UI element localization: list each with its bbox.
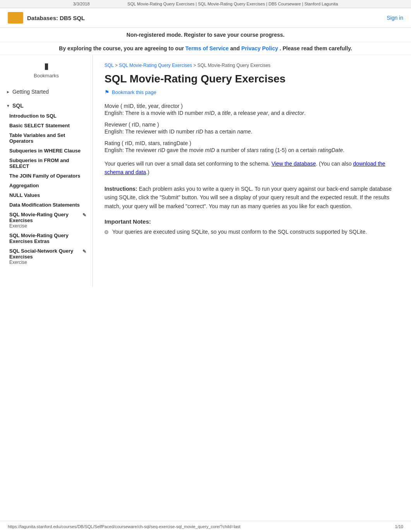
sidebar-item-aggregation[interactable]: Aggregation (8, 181, 88, 190)
social-network-edit-icon: ✎ (82, 249, 86, 254)
rating-desc: English: The reviewer rID gave the movie… (104, 147, 399, 153)
bookmark-this-page-link[interactable]: ⚑ Bookmark this page (104, 89, 399, 95)
sidebar-item-table-variables[interactable]: Table Variables and Set Operators (8, 130, 88, 146)
social-network-exercise-label: SQL Social-Network Query Exercises (9, 248, 82, 260)
sql-label: SQL (12, 103, 24, 109)
sidebar-item-join-family[interactable]: The JOIN Family of Operators (8, 171, 88, 181)
sidebar-item-sql[interactable]: ▼ SQL (5, 100, 88, 111)
important-notes-section: Important Notes: Your queries are execut… (104, 218, 399, 235)
bookmarks-section: ▮ Bookmarks (5, 61, 88, 79)
reviewer-desc: English: The reviewer with ID number rID… (104, 128, 399, 135)
sidebar-item-subqueries-from[interactable]: Subqueries in FROM and SELECT (8, 156, 88, 171)
main-container: ▮ Bookmarks ► Getting Started ▼ SQL Intr… (0, 55, 411, 287)
sidebar-item-intro-sql[interactable]: Introduction to SQL (8, 111, 88, 121)
non-registered-notice: Non-registered mode. Register to save yo… (0, 28, 411, 42)
rating-signature: Rating ( rID, mID, stars, ratingDate ) (104, 140, 399, 146)
sidebar-item-movie-rating-extras[interactable]: SQL Movie-Rating Query Exercises Extras (8, 231, 88, 246)
bookmarks-label: Bookmarks (5, 73, 88, 79)
download-schema-link[interactable]: download the schema and data (104, 161, 385, 175)
movie-rating-exercise-sub: Exercise (9, 223, 82, 229)
social-network-exercise-sub: Exercise (9, 260, 82, 265)
terms-of-service-link[interactable]: Terms of Service (185, 45, 229, 51)
movie-signature: Movie ( mID, title, year, director ) (104, 103, 399, 109)
sidebar-item-data-modification[interactable]: Data Modification Statements (8, 200, 88, 210)
instructions-text: Each problem asks you to write a query i… (104, 186, 392, 209)
sql-arrow-icon: ▼ (6, 104, 10, 108)
breadcrumb-sql-link[interactable]: SQL (104, 63, 114, 68)
page-title: SQL Movie-Rating Query Exercises (104, 73, 399, 85)
browser-date: 3/3/2018 (73, 2, 90, 6)
note-1-text: Your queries are executed using SQLite, … (112, 229, 367, 235)
getting-started-arrow-icon: ► (6, 90, 10, 94)
instructions-label: Instructions: (104, 186, 137, 192)
site-logo (8, 12, 23, 24)
sidebar: ▮ Bookmarks ► Getting Started ▼ SQL Intr… (0, 55, 93, 287)
top-bar: Databases: DB5 SQL Sign in (0, 8, 411, 28)
note-bullet-icon (104, 230, 108, 234)
movie-desc: English: There is a movie with ID number… (104, 110, 399, 116)
bookmarks-icon: ▮ (5, 61, 88, 71)
getting-started-label: Getting Started (12, 89, 49, 95)
sidebar-item-subqueries-where[interactable]: Subqueries in WHERE Clause (8, 146, 88, 156)
breadcrumb-exercises-link[interactable]: SQL Movie-Rating Query Exercises (119, 63, 192, 68)
important-notes-label: Important Notes: (104, 218, 399, 225)
reviewer-signature: Reviewer ( rID, name ) (104, 121, 399, 128)
note-item-1: Your queries are executed using SQLite, … (104, 229, 399, 235)
sidebar-item-null-values[interactable]: NULL Values (8, 190, 88, 200)
edit-icon: ✎ (82, 212, 86, 218)
browser-tab-title: SQL Movie-Rating Query Exercises | SQL M… (127, 2, 338, 6)
view-database-link[interactable]: View the database (271, 161, 316, 167)
tos-bar: By exploring the course, you are agreein… (0, 42, 411, 55)
bookmark-this-page-label: Bookmark this page (112, 89, 156, 95)
sign-in-link[interactable]: Sign in (387, 15, 403, 21)
sql-section: ▼ SQL Introduction to SQL Basic SELECT S… (5, 100, 88, 267)
breadcrumb-current: SQL Movie-Rating Query Exercises (197, 63, 271, 68)
sidebar-item-basic-select[interactable]: Basic SELECT Statement (8, 121, 88, 130)
site-title: Databases: DB5 SQL (27, 15, 85, 21)
breadcrumb: SQL > SQL Movie-Rating Query Exercises >… (104, 63, 399, 68)
view-db-section: Your queries will run over a small data … (104, 159, 399, 177)
movie-rating-exercise-label: SQL Movie-Rating Query Exercises (9, 212, 82, 223)
sidebar-item-movie-rating-exercise[interactable]: SQL Movie-Rating Query Exercises Exercis… (8, 210, 88, 231)
bookmark-flag-icon: ⚑ (104, 89, 110, 95)
sql-sub-items: Introduction to SQL Basic SELECT Stateme… (5, 111, 88, 267)
content-area: SQL > SQL Movie-Rating Query Exercises >… (93, 55, 410, 287)
sidebar-item-getting-started[interactable]: ► Getting Started (5, 86, 88, 97)
top-bar-left: Databases: DB5 SQL (8, 12, 85, 24)
privacy-policy-link[interactable]: Privacy Policy (241, 45, 278, 51)
schema-block: Movie ( mID, title, year, director ) Eng… (104, 103, 399, 153)
sidebar-item-social-network-exercise[interactable]: SQL Social-Network Query Exercises Exerc… (8, 246, 88, 267)
instructions-block: Instructions: Each problem asks you to w… (104, 185, 399, 210)
browser-tab: 3/3/2018 SQL Movie-Rating Query Exercise… (0, 0, 411, 8)
